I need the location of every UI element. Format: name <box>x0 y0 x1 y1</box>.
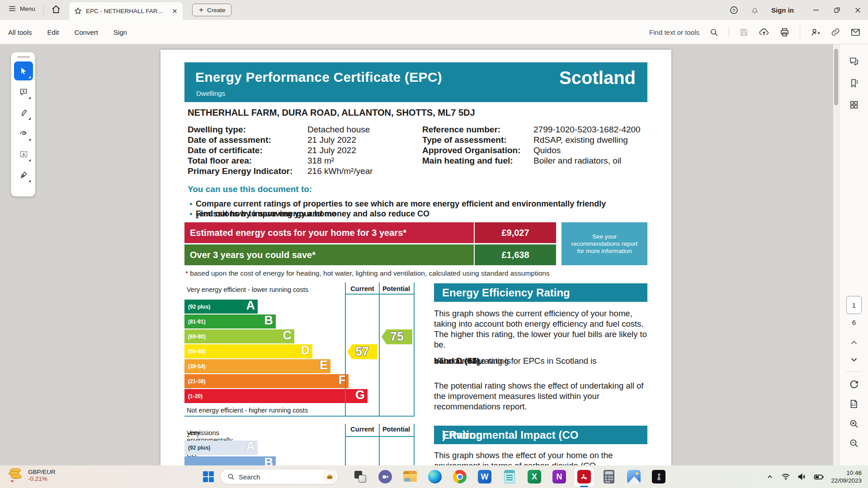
maximize-button[interactable] <box>826 0 847 20</box>
document-tab[interactable]: EPC - NETHERHALL FAR... <box>69 2 183 20</box>
create-button[interactable]: Create <box>192 4 231 16</box>
band-A: (92 plus)A <box>184 300 258 314</box>
rotate-page-button[interactable] <box>847 377 861 392</box>
start-button[interactable] <box>203 471 214 482</box>
titlebar-divider <box>43 5 44 15</box>
zoom-out-button[interactable] <box>847 436 861 450</box>
find-text-label[interactable]: Find text or tools <box>649 28 699 36</box>
notifications-button[interactable] <box>744 0 765 20</box>
save-icon[interactable] <box>739 28 749 37</box>
bookmarks-panel-button[interactable] <box>847 76 861 90</box>
page-fit-button[interactable]: 1:1 <box>847 397 861 411</box>
taskbar-clock[interactable]: 10:46 22/09/2023 <box>831 469 862 484</box>
notepad-button[interactable] <box>501 469 518 485</box>
close-button[interactable] <box>847 0 868 20</box>
panel-drag-handle[interactable] <box>17 56 30 58</box>
recommendations-note: See your recommendations report for more… <box>561 222 647 265</box>
widget-change: -0.21% <box>28 475 56 482</box>
link-icon[interactable] <box>830 27 840 37</box>
battery-icon[interactable] <box>813 471 825 483</box>
edge-button[interactable] <box>427 469 443 485</box>
band-G: (1-20)G <box>184 389 368 403</box>
menu-button[interactable]: Menu <box>8 5 35 13</box>
email-icon[interactable] <box>850 27 861 38</box>
toolbar-separator <box>729 26 729 38</box>
taskbar-search[interactable]: Search <box>220 469 338 484</box>
calculator-button[interactable] <box>601 469 617 485</box>
word-button[interactable]: W <box>476 469 493 485</box>
home-button[interactable] <box>51 4 61 15</box>
detail-value: 21 July 2022 <box>307 145 356 155</box>
detail-value: 216 kWh/m²/year <box>307 166 373 176</box>
print-icon[interactable] <box>779 27 790 38</box>
widgets-button[interactable]: GBP/EUR -0.21% <box>8 467 56 483</box>
detail-value: Quidos <box>533 145 561 155</box>
wifi-icon[interactable] <box>781 472 791 482</box>
tab-close-icon[interactable] <box>171 8 178 14</box>
chart-top-label: Very energy efficient - lower running co… <box>187 286 308 293</box>
add-comment-tool[interactable] <box>14 82 33 101</box>
previous-page-button[interactable] <box>847 335 861 350</box>
efficiency-para-3: The potential rating shows the effect of… <box>434 380 650 412</box>
notepad-icon <box>504 470 515 483</box>
tab-star-icon[interactable] <box>74 7 82 15</box>
chart-header-underline <box>345 294 415 295</box>
onenote-button[interactable]: N <box>551 469 567 485</box>
search-icon[interactable] <box>709 28 719 37</box>
menu-label: Menu <box>20 5 35 12</box>
rail-divider <box>846 371 862 372</box>
comments-panel-button[interactable] <box>847 54 861 69</box>
grid-icon <box>849 100 859 110</box>
epc-region: Scotland <box>559 68 636 88</box>
document-canvas: A Energy Performance Certificate (EPC) D… <box>0 44 868 465</box>
fill-sign-tool[interactable] <box>14 165 33 184</box>
search-highlight-badge[interactable] <box>323 470 336 483</box>
help-button[interactable]: ? <box>723 0 744 20</box>
media-app-button[interactable] <box>651 469 667 485</box>
property-address: NETHERHALL FARM, DURA ROAD, ALLANTON, SH… <box>188 108 475 118</box>
photos-button[interactable] <box>626 469 642 485</box>
sign-in-button[interactable]: Sign in <box>771 6 794 14</box>
environmental-para-line1: This graph shows the effect of your home… <box>434 450 650 460</box>
all-tools-menu[interactable]: All tools <box>8 28 32 36</box>
toolbar-separator <box>800 26 800 38</box>
select-text-tool[interactable]: A <box>14 145 33 164</box>
scrollbar-thumb[interactable] <box>834 49 838 105</box>
excel-button[interactable]: X <box>526 469 542 485</box>
detail-value: 21 July 2022 <box>307 135 356 145</box>
chrome-button[interactable] <box>452 469 468 485</box>
excel-icon: X <box>528 470 541 483</box>
thumbnails-panel-button[interactable] <box>847 98 861 112</box>
request-signature-icon[interactable] <box>810 27 821 38</box>
draw-tool[interactable] <box>14 124 33 143</box>
close-icon <box>854 6 862 14</box>
epc-title: Energy Performance Certificate (EPC) <box>195 70 442 85</box>
clock-time: 10:46 <box>831 469 862 477</box>
band-F: (21-38)F <box>184 374 349 388</box>
sign-menu[interactable]: Sign <box>113 28 127 36</box>
next-page-button[interactable] <box>847 352 861 367</box>
cloud-upload-icon[interactable] <box>759 27 769 38</box>
task-view-button[interactable] <box>352 469 368 485</box>
tray-chevron-icon[interactable] <box>765 472 774 481</box>
volume-icon[interactable] <box>797 472 807 482</box>
detail-value: RdSAP, existing dwelling <box>533 135 628 145</box>
acrobat-button[interactable] <box>576 469 592 485</box>
highlight-tool[interactable] <box>14 103 33 122</box>
page-total: 6 <box>840 319 868 326</box>
chart-column-border <box>414 282 415 417</box>
convert-menu[interactable]: Convert <box>74 28 98 36</box>
use-bullet-2: Find out how to save energy and money an… <box>196 209 199 220</box>
vertical-scrollbar[interactable] <box>833 44 839 465</box>
env-top-label: Very environmentally friendly - lower CO… <box>187 429 190 438</box>
comments-icon <box>849 56 859 67</box>
zoom-in-button[interactable] <box>847 417 861 431</box>
efficiency-para-1: This graph shows the current efficiency … <box>434 308 650 350</box>
minimize-button[interactable] <box>806 0 826 20</box>
select-tool[interactable] <box>14 61 33 80</box>
page-number-input[interactable]: 1 <box>846 296 862 314</box>
edit-menu[interactable]: Edit <box>47 28 59 36</box>
photos-icon <box>627 470 641 483</box>
teams-chat-button[interactable] <box>377 469 393 485</box>
file-explorer-button[interactable] <box>402 469 418 485</box>
